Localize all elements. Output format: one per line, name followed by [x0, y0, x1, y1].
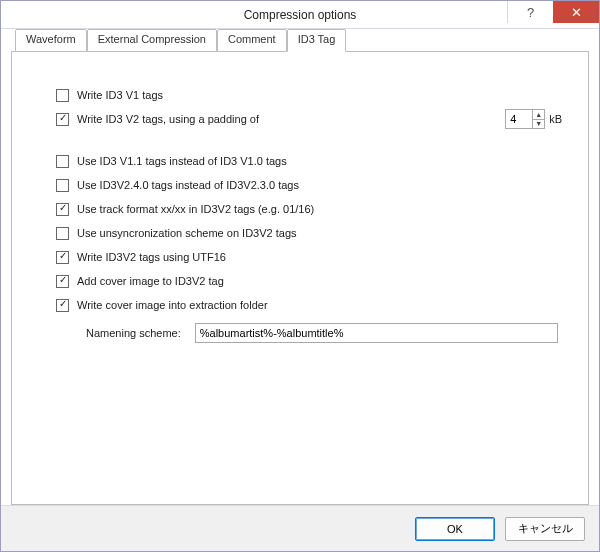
window: Compression options ? ✕ Waveform Externa…	[0, 0, 600, 552]
checkbox-utf16[interactable]	[56, 251, 69, 264]
titlebar-buttons: ? ✕	[507, 1, 599, 23]
tab-comment[interactable]: Comment	[217, 29, 287, 52]
label-write-v1: Write ID3 V1 tags	[77, 89, 163, 101]
label-naming-scheme: Namening scheme:	[86, 327, 181, 339]
row-utf16: Write ID3V2 tags using UTF16	[56, 246, 568, 268]
padding-value[interactable]: ▲ ▼	[505, 109, 545, 129]
label-write-v2: Write ID3 V2 tags, using a padding of	[77, 113, 259, 125]
ok-button[interactable]: OK	[415, 517, 495, 541]
label-use-v240: Use ID3V2.4.0 tags instead of ID3V2.3.0 …	[77, 179, 299, 191]
label-cover-in-tag: Add cover image to ID3V2 tag	[77, 275, 224, 287]
padding-unit: kB	[549, 113, 562, 125]
checkbox-write-v1[interactable]	[56, 89, 69, 102]
window-title: Compression options	[244, 8, 357, 22]
label-unsync: Use unsyncronization scheme on ID3V2 tag…	[77, 227, 297, 239]
row-use-v11: Use ID3 V1.1 tags instead of ID3 V1.0 ta…	[56, 150, 568, 172]
cancel-button[interactable]: キャンセル	[505, 517, 585, 541]
row-write-v1: Write ID3 V1 tags	[56, 84, 568, 106]
label-cover-extract: Write cover image into extraction folder	[77, 299, 268, 311]
checkbox-write-v2[interactable]	[56, 113, 69, 126]
label-use-v11: Use ID3 V1.1 tags instead of ID3 V1.0 ta…	[77, 155, 287, 167]
titlebar: Compression options ? ✕	[1, 1, 599, 29]
row-track-format: Use track format xx/xx in ID3V2 tags (e.…	[56, 198, 568, 220]
tab-external-compression[interactable]: External Compression	[87, 29, 217, 52]
checkbox-use-v240[interactable]	[56, 179, 69, 192]
row-use-v240: Use ID3V2.4.0 tags instead of ID3V2.3.0 …	[56, 174, 568, 196]
checkbox-cover-in-tag[interactable]	[56, 275, 69, 288]
dialog-footer: OK キャンセル	[1, 505, 599, 551]
row-cover-extract: Write cover image into extraction folder	[56, 294, 568, 316]
padding-input[interactable]	[506, 113, 532, 125]
padding-spinbox: ▲ ▼ kB	[505, 109, 562, 129]
row-cover-in-tag: Add cover image to ID3V2 tag	[56, 270, 568, 292]
label-track-format: Use track format xx/xx in ID3V2 tags (e.…	[77, 203, 314, 215]
checkbox-track-format[interactable]	[56, 203, 69, 216]
tab-id3-tag[interactable]: ID3 Tag	[287, 29, 347, 52]
row-naming-scheme: Namening scheme:	[56, 322, 568, 344]
checkbox-use-v11[interactable]	[56, 155, 69, 168]
tab-strip: Waveform External Compression Comment ID…	[11, 29, 589, 52]
chevron-down-icon[interactable]: ▼	[533, 120, 544, 129]
checkbox-cover-extract[interactable]	[56, 299, 69, 312]
row-write-v2: Write ID3 V2 tags, using a padding of ▲ …	[56, 108, 568, 130]
close-button[interactable]: ✕	[553, 1, 599, 23]
tab-waveform[interactable]: Waveform	[15, 29, 87, 52]
checkbox-unsync[interactable]	[56, 227, 69, 240]
tabpanel-id3-tag: Write ID3 V1 tags Write ID3 V2 tags, usi…	[11, 52, 589, 505]
chevron-up-icon[interactable]: ▲	[533, 110, 544, 120]
label-utf16: Write ID3V2 tags using UTF16	[77, 251, 226, 263]
client-area: Waveform External Compression Comment ID…	[11, 29, 589, 505]
row-unsync: Use unsyncronization scheme on ID3V2 tag…	[56, 222, 568, 244]
help-button[interactable]: ?	[507, 1, 553, 23]
padding-spinner[interactable]: ▲ ▼	[532, 110, 544, 128]
naming-scheme-input[interactable]	[195, 323, 558, 343]
